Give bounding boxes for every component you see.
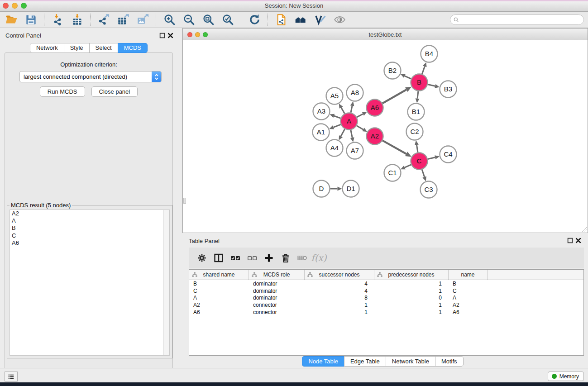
select-all-columns-button[interactable] [227,251,244,265]
manage-networks-button[interactable] [291,13,311,27]
import-network-button[interactable] [48,13,67,27]
mcds-result-item[interactable]: B [10,224,169,232]
float-panel-icon[interactable] [159,33,165,38]
table-cell-successor-nodes[interactable]: 1 [305,302,374,308]
show-graphics-button[interactable] [330,13,349,27]
zoom-fit-button[interactable] [199,13,218,27]
graph-node-A8[interactable]: A8 [347,85,363,101]
graph-node-B4[interactable]: B4 [421,46,438,62]
table-float-panel-icon[interactable] [567,238,573,243]
table-cell-shared-name[interactable]: A6 [189,309,249,315]
table-cell-name[interactable]: A6 [449,309,488,315]
graph-edge-A-A7[interactable] [351,130,352,138]
table-row[interactable]: A6connector11A6 [189,309,583,316]
graph-edge-A2-C[interactable] [382,141,406,154]
zoom-selected-button[interactable] [218,13,238,27]
close-panel-button[interactable]: Close panel [91,86,138,97]
style-button[interactable] [311,13,330,27]
table-row[interactable]: Adominator80A [189,295,583,302]
graph-node-B3[interactable]: B3 [440,81,457,98]
new-network-file-button[interactable] [272,13,291,27]
graph-node-A1[interactable]: A1 [313,124,330,141]
tab-network-table[interactable]: Network Table [386,356,435,367]
toggle-column-view-button[interactable] [210,251,227,265]
table-cell-predecessor-nodes[interactable]: 0 [374,295,449,301]
table-cell-successor-nodes[interactable]: 1 [305,309,374,315]
import-table-button[interactable] [67,13,87,27]
table-close-panel-icon[interactable] [575,238,581,243]
graph-node-D[interactable]: D [313,181,330,197]
close-panel-icon[interactable] [167,33,173,38]
open-file-button[interactable] [2,13,21,27]
table-cell-predecessor-nodes[interactable]: 1 [374,288,449,294]
mcds-result-item[interactable]: C [10,232,169,239]
graph-node-C1[interactable]: C1 [384,165,401,181]
column-header-mcds-role[interactable]: MCDS role [249,270,305,280]
zoom-in-button[interactable] [160,13,179,27]
graph-node-A3[interactable]: A3 [313,103,330,120]
canvas-divider-grip[interactable] [183,198,186,204]
graph-node-A4[interactable]: A4 [326,140,343,157]
column-header-predecessor-nodes[interactable]: predecessor nodes [374,270,449,280]
graph-edge-C-C2[interactable] [416,145,418,152]
export-table-button[interactable] [114,13,133,27]
mcds-result-item[interactable]: A6 [10,239,169,247]
table-cell-predecessor-nodes[interactable]: 1 [374,281,449,287]
refresh-button[interactable] [245,13,264,27]
unselect-all-columns-button[interactable] [244,251,260,265]
zoom-out-button[interactable] [179,13,199,27]
export-image-button[interactable] [133,13,153,27]
graph-node-C4[interactable]: C4 [440,146,457,163]
table-cell-name[interactable]: C [449,288,488,294]
graph-edge-B-B1[interactable] [417,91,418,98]
graph-edge-A-A6[interactable] [357,114,363,117]
mcds-list-scrollbar[interactable] [163,210,169,355]
create-column-button[interactable] [260,251,277,265]
graph-edge-A-A4[interactable] [341,129,345,136]
graph-node-C[interactable]: C [411,153,428,170]
graph-node-A2[interactable]: A2 [367,128,383,145]
mcds-result-item[interactable]: A [10,217,169,224]
tab-motifs[interactable]: Motifs [435,356,464,367]
function-builder-button[interactable]: f(x) [311,251,327,265]
graph-edge-A-A2[interactable] [357,126,363,129]
graph-edge-A-A8[interactable] [351,106,352,113]
table-cell-mcds-role[interactable]: dominator [249,281,305,287]
graph-edge-C-C1[interactable] [405,165,411,167]
graph-node-A7[interactable]: A7 [347,143,363,159]
search-input[interactable] [459,16,583,24]
task-history-button[interactable] [5,372,18,381]
search-field[interactable] [450,14,584,25]
tab-node-table[interactable]: Node Table [302,356,344,367]
graph-edge-B-B3[interactable] [428,84,435,86]
table-cell-name[interactable]: A2 [449,302,488,308]
table-row[interactable]: A2connector11A2 [189,301,583,309]
window-resize-grip[interactable] [581,226,587,232]
graph-edge-C-C4[interactable] [428,157,435,159]
table-row[interactable]: Cdominator41C [189,287,583,295]
graph-node-C3[interactable]: C3 [421,181,437,198]
table-cell-shared-name[interactable]: B [189,281,249,287]
table-row[interactable]: Bdominator41B [189,280,583,287]
table-cell-mcds-role[interactable]: connector [249,309,305,315]
run-mcds-button[interactable]: Run MCDS [40,86,85,97]
column-header-successor-nodes[interactable]: successor nodes [305,270,374,280]
export-network-button[interactable] [94,13,114,27]
table-cell-successor-nodes[interactable]: 4 [305,288,374,294]
tab-select[interactable]: Select [89,43,118,53]
table-cell-successor-nodes[interactable]: 4 [305,281,374,287]
graph-node-A6[interactable]: A6 [367,100,383,116]
delete-columns-button[interactable] [277,251,294,265]
memory-button[interactable]: Memory [548,372,584,381]
table-cell-predecessor-nodes[interactable]: 1 [374,309,449,315]
column-header-shared-name[interactable]: shared name [189,270,249,280]
graph-node-B2[interactable]: B2 [384,62,401,79]
graph-node-D1[interactable]: D1 [343,181,359,197]
network-canvas[interactable]: B4B2BB3A5A8A6B1A3AA1A2C2A4A7C4CC1DD1C3 [183,40,588,233]
table-cell-name[interactable]: A [449,295,488,301]
graph-node-C2[interactable]: C2 [406,124,423,140]
graph-edge-A6-B[interactable] [382,90,406,103]
table-cell-shared-name[interactable]: A2 [189,302,249,308]
graph-node-B1[interactable]: B1 [408,104,425,120]
tab-style[interactable]: Style [64,43,90,53]
